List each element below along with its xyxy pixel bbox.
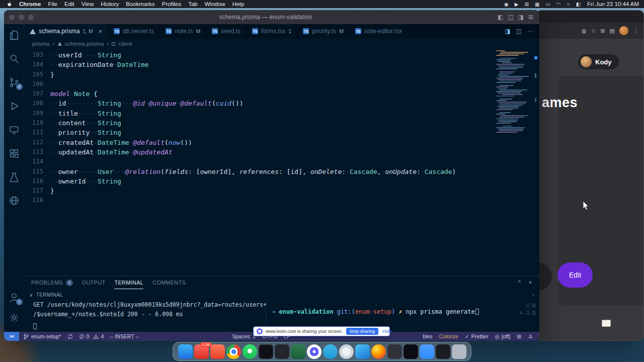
- branch-indicator[interactable]: enum-setup*: [23, 333, 61, 340]
- terminal-instance-list[interactable]: ▢ ◫ ∟ ▢ ◫: [520, 301, 535, 316]
- battery-icon[interactable]: ▭: [545, 2, 550, 7]
- control-center-icon[interactable]: ◧: [576, 2, 581, 7]
- dock-icon-terminal[interactable]: [436, 344, 450, 359]
- search-icon[interactable]: ○: [567, 2, 570, 7]
- menu-app-name[interactable]: Chrome: [19, 1, 41, 7]
- menu-help[interactable]: Help: [232, 1, 245, 7]
- dock-icon-telegram[interactable]: [323, 344, 338, 359]
- globe-icon[interactable]: [8, 195, 20, 207]
- menu-clock[interactable]: Fri Jun 23 10:44 AM: [587, 1, 639, 7]
- minimap[interactable]: [495, 50, 531, 141]
- testing-icon[interactable]: [8, 171, 20, 183]
- source-control-icon[interactable]: 4: [8, 76, 20, 88]
- clipped-status-item[interactable]: bles: [423, 333, 432, 339]
- problems-indicator[interactable]: 0 4: [79, 333, 104, 339]
- terminal-split-divider[interactable]: [266, 302, 266, 330]
- zoom-window-button[interactable]: [28, 15, 34, 20]
- chevron-right-icon[interactable]: ›: [532, 292, 534, 298]
- panel-tab-output[interactable]: OUTPUT: [82, 276, 106, 289]
- dock-icon-raycast[interactable]: [210, 344, 225, 359]
- dock-icon-iterm[interactable]: [259, 344, 273, 359]
- tab-seed.ts[interactable]: seed.ts: [206, 24, 247, 38]
- dock-icon-greenapp[interactable]: [291, 344, 305, 359]
- tab-note-editor.tsx[interactable]: note-editor.tsx: [350, 24, 408, 38]
- maximize-panel-icon[interactable]: ^: [518, 279, 521, 286]
- close-window-button[interactable]: [9, 15, 15, 20]
- dock-icon-safari[interactable]: [339, 344, 354, 359]
- customize-layout-icon[interactable]: ⊞: [528, 14, 533, 21]
- explorer-icon[interactable]: [8, 29, 20, 41]
- wifi-icon[interactable]: ◠: [556, 2, 561, 7]
- run-debug-icon[interactable]: [8, 100, 20, 112]
- apple-menu-icon[interactable]: [6, 1, 12, 8]
- menu-bookmarks[interactable]: Bookmarks: [126, 1, 155, 7]
- dock-icon-vscode[interactable]: [355, 344, 370, 359]
- tab-forms.tsx[interactable]: forms.tsx1: [247, 24, 298, 38]
- copilot-status[interactable]: ◎ [off]: [495, 333, 511, 339]
- dock-icon-firefox[interactable]: [371, 344, 386, 359]
- minimize-window-button[interactable]: [19, 15, 24, 20]
- breadcrumb-item[interactable]: client: [118, 41, 132, 47]
- panel-tab-problems[interactable]: PROBLEMS4: [31, 276, 73, 289]
- breadcrumb-item[interactable]: prisma: [32, 41, 50, 47]
- search-icon[interactable]: [8, 53, 20, 65]
- breadcrumb-item[interactable]: schema.prisma: [65, 41, 104, 47]
- tab-priority.ts[interactable]: priority.tsM: [297, 24, 350, 38]
- menu-view[interactable]: View: [82, 1, 94, 7]
- sidebar-icon[interactable]: ▤: [610, 28, 615, 34]
- play-icon[interactable]: ▶: [515, 2, 519, 7]
- profile-button[interactable]: Kody: [578, 54, 619, 69]
- extensions-icon[interactable]: ◍: [582, 28, 587, 34]
- dock-icon-loom[interactable]: [307, 344, 321, 359]
- panel-tab-comments[interactable]: COMMENTS: [152, 276, 186, 289]
- tab-db.server.ts[interactable]: db.server.ts: [108, 24, 160, 38]
- layout-status-icon[interactable]: ⊞: [517, 333, 521, 339]
- colorize-status[interactable]: Colorize: [439, 333, 459, 339]
- overview-ruler[interactable]: [532, 49, 539, 276]
- toggle-secondary-sidebar-icon[interactable]: ◨: [518, 14, 524, 21]
- toggle-sidebar-icon[interactable]: ◧: [498, 14, 503, 21]
- keyboard-icon[interactable]: ▦: [535, 2, 539, 7]
- menu-tab[interactable]: Tab: [188, 1, 198, 7]
- extensions-icon[interactable]: [8, 147, 20, 159]
- dock-icon-trash[interactable]: [452, 344, 466, 359]
- dock-icon-whatsapp[interactable]: [243, 344, 257, 359]
- screenshot-thumbnail[interactable]: [602, 320, 611, 327]
- panel-tab-terminal[interactable]: TERMINAL: [114, 276, 143, 289]
- grid-icon[interactable]: ⊞: [600, 28, 605, 34]
- browser-profile-avatar[interactable]: [619, 26, 628, 35]
- toggle-panel-icon[interactable]: ◫: [508, 14, 513, 21]
- notifications-bell-icon[interactable]: [528, 333, 533, 339]
- accounts-icon[interactable]: 1: [8, 292, 20, 304]
- close-panel-icon[interactable]: ×: [529, 279, 532, 286]
- split-editor-icon[interactable]: ◫: [516, 28, 522, 35]
- sync-icon[interactable]: [67, 334, 73, 339]
- settings-gear-icon[interactable]: [8, 312, 20, 324]
- stop-sharing-button[interactable]: Stop sharing: [346, 328, 379, 335]
- dock-icon-warp[interactable]: [404, 344, 418, 359]
- terminal-section-header[interactable]: ∨ TERMINAL ›: [24, 289, 539, 300]
- screen-record-icon[interactable]: ◉: [504, 2, 509, 7]
- menu-history[interactable]: History: [101, 1, 119, 7]
- dock-icon-notion[interactable]: [387, 344, 402, 359]
- remote-explorer-icon[interactable]: [8, 124, 20, 136]
- bookmark-star-icon[interactable]: ☆: [591, 28, 596, 34]
- dock-icon-zoom[interactable]: [420, 344, 434, 359]
- code-editor[interactable]: 103··userId····String104··expirationDate…: [24, 49, 539, 276]
- dock-icon-shield[interactable]: 6,298: [194, 344, 209, 359]
- hide-link[interactable]: Hide: [382, 329, 392, 334]
- tab-note.ts[interactable]: note.tsM: [160, 24, 206, 38]
- menu-file[interactable]: File: [48, 1, 57, 7]
- menu-profiles[interactable]: Profiles: [162, 1, 181, 7]
- display-icon[interactable]: ⊞: [525, 2, 529, 7]
- edit-button[interactable]: Edit: [557, 262, 593, 288]
- dock-icon-notes[interactable]: [275, 344, 289, 359]
- indentation-indicator[interactable]: Spaces: 2: [232, 333, 256, 339]
- open-changes-icon[interactable]: ◨: [505, 28, 510, 35]
- vscode-titlebar[interactable]: schema.prisma — enum-validation ◧ ◫ ◨ ⊞: [4, 10, 539, 24]
- close-icon[interactable]: ×: [99, 28, 103, 35]
- vim-mode-indicator[interactable]: -- INSERT --: [110, 333, 139, 339]
- prettier-status[interactable]: ✓ Prettier: [465, 333, 489, 339]
- tab-schema.prisma[interactable]: schema.prisma1, M×: [24, 24, 108, 38]
- dock-icon-chrome[interactable]: [226, 344, 241, 359]
